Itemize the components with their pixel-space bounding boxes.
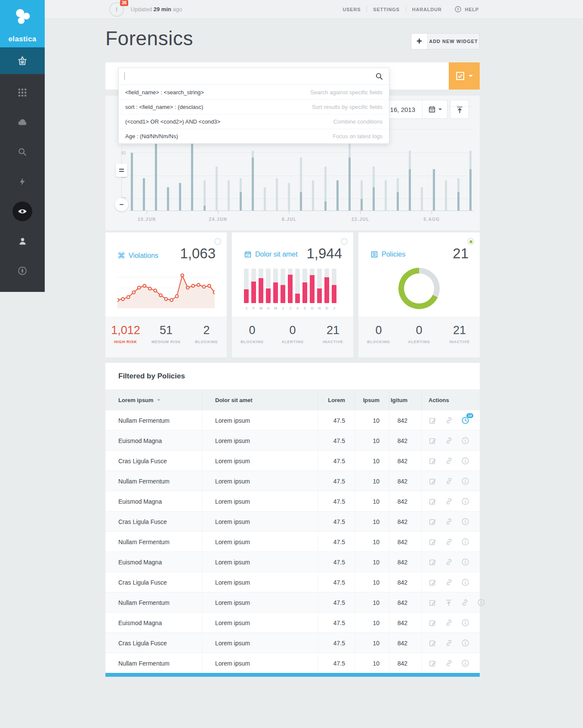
row-lorem: 47.5 (318, 491, 355, 511)
search-suggestion[interactable]: sort : <field_name> : (desclasc)Sort res… (119, 99, 389, 114)
alerts-button[interactable]: ! 38 (109, 2, 124, 17)
link-action-button[interactable] (445, 457, 453, 465)
timeline-bar (131, 153, 133, 211)
link-action-button[interactable] (445, 619, 453, 627)
topbar-link-settings[interactable]: SETTINGS (373, 7, 399, 12)
row-igitum: 842 (389, 592, 422, 613)
link-action-button[interactable] (445, 497, 453, 505)
help-button[interactable]: ?HELP (454, 6, 479, 13)
edit-action-button[interactable] (429, 619, 437, 627)
link-action-button[interactable] (445, 437, 453, 445)
stat-medium-risk: 51MEDIUM RISK (146, 324, 186, 357)
month-label: F (251, 306, 256, 310)
edit-action-button[interactable] (429, 477, 437, 485)
y-axis-label: 40 (114, 150, 126, 155)
divider (406, 6, 406, 12)
clock-action-button[interactable]: 19 (461, 416, 469, 424)
edit-action-button[interactable] (429, 598, 437, 607)
brand-logo[interactable]: elastica (0, 0, 45, 47)
month-label: M (273, 306, 278, 310)
row-actions (422, 633, 480, 653)
info-action-button[interactable] (461, 619, 469, 627)
link-action-button[interactable] (445, 416, 453, 424)
info-action-button[interactable] (461, 538, 469, 546)
zoom-out-button[interactable]: − (115, 198, 128, 211)
filter-action-button[interactable] (449, 62, 480, 90)
timeline-bar (179, 183, 181, 211)
widget-radio-selected[interactable] (467, 238, 474, 245)
search-icon[interactable] (375, 72, 383, 81)
link-action-button[interactable] (445, 578, 453, 586)
edit-action-button[interactable] (429, 639, 437, 647)
add-new-widget-button[interactable]: + ADD NEW WIDGET (411, 33, 480, 50)
row-actions (422, 431, 480, 451)
topbar-link-users[interactable]: USERS (342, 7, 361, 12)
month-bar-track (317, 269, 322, 303)
edit-action-button[interactable] (429, 558, 437, 566)
edit-action-button[interactable] (429, 416, 437, 424)
info-action-button[interactable] (461, 578, 469, 586)
widget-cards: ⌘ Violations 1,063 1,012HIGH RISK51MEDIU… (105, 232, 480, 357)
link-action-button[interactable] (445, 639, 453, 647)
month-bar-fill (244, 289, 249, 303)
widget-radio[interactable] (341, 238, 348, 245)
info-action-button[interactable] (461, 437, 469, 445)
topbar-link-haraldur[interactable]: HARALDUR (412, 7, 442, 12)
info-action-button[interactable] (461, 558, 469, 566)
row-ipsum: 10 (355, 572, 389, 592)
link-action-button[interactable] (445, 659, 453, 667)
row-igitum: 842 (389, 532, 422, 552)
bar-segment-dark (143, 178, 145, 211)
sidebar-item-cloud[interactable] (12, 112, 32, 132)
timeline-bar (288, 183, 290, 211)
calendar-dropdown[interactable] (422, 100, 447, 118)
sidebar-item-grid[interactable] (12, 83, 32, 102)
row-desc: Lorem ipsum (202, 633, 318, 653)
link-action-button[interactable] (445, 477, 453, 485)
info-action-button[interactable] (461, 659, 469, 667)
search-suggestion[interactable]: <field_name> : <search_string>Search aga… (119, 85, 389, 99)
edit-action-button[interactable] (429, 578, 437, 586)
column-header-lorem-ipsum[interactable]: Lorem ipsum (105, 390, 202, 410)
edit-action-button[interactable] (429, 457, 437, 465)
sidebar-item-compass[interactable] (12, 261, 32, 281)
row-igitum: 842 (389, 471, 422, 491)
table-row: Nullam FermentumLorem ipsum47.510842 (105, 471, 480, 491)
link-action-button[interactable] (445, 558, 453, 566)
search-input[interactable] (119, 68, 389, 85)
bar-segment-light (361, 180, 363, 199)
info-action-button[interactable] (461, 457, 469, 465)
info-action-button[interactable] (461, 639, 469, 647)
row-name: Nullam Fermentum (105, 410, 202, 431)
row-lorem: 47.5 (318, 592, 355, 613)
search-suggestions: <field_name> : <search_string>Search aga… (119, 85, 389, 143)
info-action-button[interactable] (477, 598, 485, 607)
sidebar-item-bolt[interactable] (12, 172, 32, 192)
info-action-button[interactable] (461, 477, 469, 485)
tick-mark (432, 211, 432, 214)
edit-action-button[interactable] (429, 517, 437, 526)
x-axis-label: 8.JUL (282, 217, 297, 222)
sidebar-item-basket[interactable] (0, 47, 45, 74)
x-axis-label: 24.JUN (209, 217, 227, 222)
search-suggestion[interactable]: Age : (Nd/Nh/Nm/Ns)Focus on latest logs (119, 129, 389, 143)
edit-action-button[interactable] (429, 497, 437, 505)
search-suggestion[interactable]: (<cond1> OR <cond2>) AND <cond3>Combine … (119, 114, 389, 129)
link-action-button[interactable] (461, 598, 469, 607)
month-bar-fill (317, 288, 322, 303)
edit-action-button[interactable] (429, 437, 437, 445)
x-axis-tick: 24.JUN (209, 211, 227, 222)
link-action-button[interactable] (445, 517, 453, 526)
link-action-button[interactable] (445, 538, 453, 546)
zoom-slider-handle[interactable] (116, 164, 127, 177)
export-action-button[interactable] (445, 599, 453, 607)
sidebar-item-eye[interactable] (12, 201, 32, 221)
sidebar-item-search[interactable] (12, 142, 32, 162)
info-action-button[interactable] (461, 497, 469, 505)
edit-action-button[interactable] (429, 538, 437, 546)
sidebar-item-person[interactable] (12, 231, 32, 251)
widget-radio[interactable] (214, 238, 221, 245)
edit-action-button[interactable] (429, 659, 437, 667)
info-action-button[interactable] (461, 517, 469, 526)
table-row: Nullam FermentumLorem ipsum47.510842 (105, 653, 480, 673)
